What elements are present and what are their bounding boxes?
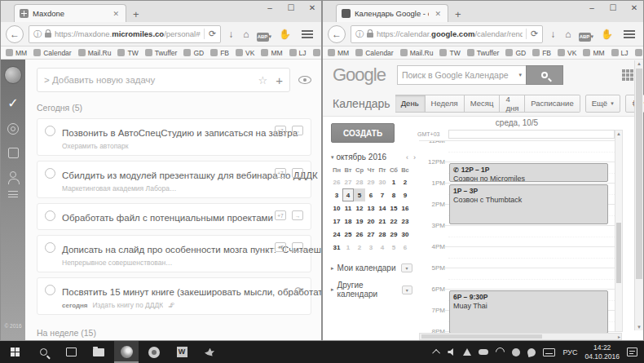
task-row[interactable]: Обработать файл с потенциальными проекта… <box>37 203 311 230</box>
month-dropdown-icon[interactable]: ▾ <box>331 154 334 161</box>
profile-icon[interactable] <box>10 171 16 178</box>
bookmark-item[interactable]: MM <box>328 49 349 57</box>
reschedule-calendar-icon[interactable]: → <box>292 168 303 178</box>
reschedule-calendar-icon[interactable]: → <box>292 210 303 220</box>
mini-calendar-day[interactable]: 27 <box>342 175 354 188</box>
task-project[interactable]: Непрерывное совершенствован… <box>62 259 173 267</box>
mini-calendar-day[interactable]: 6 <box>365 188 377 201</box>
tray-app-icon[interactable] <box>512 348 520 356</box>
mini-calendar-day[interactable]: 11 <box>342 201 354 215</box>
back-button[interactable]: ← <box>328 25 346 43</box>
mini-calendar-day[interactable]: 13 <box>365 201 377 215</box>
calendar-event[interactable]: 6P – 9:30P Muay Thai <box>449 290 608 334</box>
reschedule-calendar-icon[interactable]: → <box>292 126 303 135</box>
day-header[interactable]: среда, 10/5 <box>419 118 615 127</box>
menu-icon[interactable] <box>624 30 635 38</box>
mini-calendar-day[interactable]: 7 <box>377 188 388 201</box>
view-button[interactable]: Неделя <box>426 95 465 113</box>
add-task-input[interactable]: > Добавить новую задачу ☆ + <box>37 68 290 92</box>
reschedule-calendar-icon[interactable]: → <box>292 242 303 252</box>
new-tab-button[interactable]: + <box>448 8 468 22</box>
task-view-button[interactable] <box>59 341 83 363</box>
clock[interactable]: 14:22 04.10.2016 <box>584 343 620 361</box>
postpone-calendar-icon[interactable]: +7 <box>275 168 286 178</box>
postpone-calendar-icon[interactable]: +7 <box>275 242 286 252</box>
mini-calendar-day[interactable]: 6 <box>399 241 411 254</box>
mini-calendar-day[interactable]: 27 <box>365 228 377 241</box>
tab-maxdone[interactable]: Maxdone ✕ <box>14 4 126 22</box>
other-calendars-row[interactable]: ▸ Другие календари ▾ <box>331 281 419 299</box>
tab-calendar[interactable]: Календарь Google - ср, 5… ✕ <box>336 4 448 22</box>
task-row[interactable]: Посвятить 15 минут книге (закешировать м… <box>37 277 311 315</box>
bookmark-item[interactable]: GA <box>313 49 321 57</box>
url-bar[interactable]: ⓘ https://maxdone.micromiles.co/personal… <box>29 25 221 43</box>
mini-calendar-day[interactable]: 5 <box>354 188 365 201</box>
home-icon[interactable]: ⌂ <box>562 29 573 40</box>
add-icon[interactable]: + <box>276 73 283 87</box>
download-icon[interactable]: ↓ <box>548 29 558 40</box>
bird-app-button[interactable] <box>197 341 222 363</box>
extension-hand-icon[interactable]: ✋ <box>598 29 615 40</box>
word-button[interactable]: W <box>170 341 194 363</box>
task-checkbox[interactable] <box>45 210 55 221</box>
back-button[interactable]: ← <box>6 25 24 43</box>
file-explorer-button[interactable] <box>86 341 111 363</box>
scrollbar-thumb[interactable] <box>421 334 542 339</box>
section-week[interactable]: На неделе (15) <box>37 328 311 338</box>
page-scrollbar[interactable]: ▲ ▼ <box>634 60 643 330</box>
bookmark-item[interactable]: VK <box>236 49 254 57</box>
day-view-scrollbar[interactable]: ▲ <box>615 130 623 332</box>
adblock-icon[interactable]: ABP▾ <box>579 27 594 42</box>
mini-calendar-day[interactable]: 12 <box>354 201 365 215</box>
reload-button[interactable]: ⟳ <box>204 29 216 39</box>
keyboard-icon[interactable] <box>543 348 555 356</box>
menu-icon[interactable] <box>302 30 313 38</box>
scrollbar-thumb[interactable] <box>616 223 621 283</box>
create-button[interactable]: СОЗДАТЬ <box>331 123 395 143</box>
bookmark-item[interactable]: FB <box>532 49 551 57</box>
postpone-calendar-icon[interactable]: +7 <box>275 126 286 135</box>
mini-calendar-day[interactable]: 22 <box>388 215 399 228</box>
task-checkbox[interactable] <box>45 126 55 136</box>
postpone-calendar-icon[interactable]: +7 <box>275 210 286 220</box>
bookmark-item[interactable]: MM <box>261 49 282 57</box>
google-apps-icon[interactable] <box>622 69 633 81</box>
firefox-button[interactable] <box>114 341 139 363</box>
adblock-icon[interactable]: ABP▾ <box>257 27 272 42</box>
all-day-row[interactable] <box>448 130 615 139</box>
mini-calendar-day[interactable]: 29 <box>388 228 399 241</box>
my-calendars-row[interactable]: ▸ Мои календари ▾ <box>331 263 419 272</box>
close-button[interactable]: ✕ <box>629 3 640 12</box>
mini-calendar-day[interactable]: 19 <box>354 215 365 228</box>
maximize-button[interactable]: ☐ <box>285 3 297 12</box>
calendar-search-input[interactable]: Поиск в Google Календаре ▾ <box>397 65 526 85</box>
home-icon[interactable]: ⌂ <box>240 29 251 40</box>
scroll-up-icon[interactable]: ▲ <box>615 131 622 136</box>
mini-calendar-day[interactable]: 20 <box>365 215 377 228</box>
time-row[interactable]: 4PM <box>419 247 615 268</box>
search-button[interactable] <box>526 65 563 85</box>
mini-calendar-day[interactable]: 15 <box>388 201 399 215</box>
mini-calendar-day[interactable]: 17 <box>331 215 342 228</box>
task-project[interactable]: Маркетинговая академия Лабора… <box>62 184 176 193</box>
chrome-button[interactable] <box>142 341 166 363</box>
more-button[interactable]: Ещё▾ <box>585 95 620 113</box>
view-button[interactable]: День <box>395 95 426 113</box>
time-grid[interactable]: 11AM 12PM 1PM <box>419 140 615 340</box>
visibility-eye-icon[interactable] <box>298 76 311 84</box>
scroll-up-icon[interactable]: ▲ <box>635 61 643 66</box>
close-button[interactable]: ✕ <box>307 3 318 12</box>
info-icon[interactable]: ⓘ <box>355 29 364 40</box>
new-tab-button[interactable]: + <box>126 8 146 22</box>
language-indicator[interactable]: РУС <box>562 348 577 356</box>
mini-calendar-day[interactable]: 9 <box>399 188 411 201</box>
mini-calendar-day[interactable]: 3 <box>331 188 342 201</box>
calendar-event[interactable]: 1P – 3P Созвон с Thumbtack <box>449 184 608 224</box>
bookmark-item[interactable]: GD <box>505 49 526 57</box>
scrollbar-thumb[interactable] <box>636 69 642 279</box>
bookmark-item[interactable]: Twuffer <box>467 49 500 57</box>
url-bar[interactable]: ⓘ https://calendar.google.com/calendar/r… <box>351 25 543 43</box>
mini-calendar-day[interactable]: 14 <box>377 201 388 215</box>
mini-calendar-day[interactable]: 31 <box>331 241 342 254</box>
time-row[interactable]: 5PM <box>419 268 615 290</box>
